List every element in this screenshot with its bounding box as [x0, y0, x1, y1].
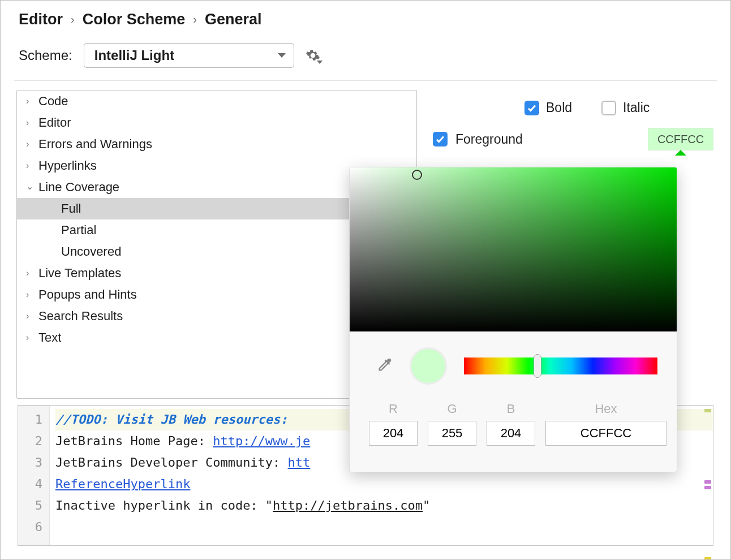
- chevron-right-icon: ›: [26, 161, 38, 171]
- chevron-down-icon: ⌄: [26, 181, 38, 192]
- breadcrumb: Editor › Color Scheme › General: [1, 1, 730, 33]
- tree-item-label: Live Templates: [38, 266, 121, 281]
- b-label: B: [507, 402, 515, 416]
- b-input[interactable]: [487, 421, 535, 446]
- chevron-down-icon: [278, 53, 286, 58]
- r-input[interactable]: [369, 421, 418, 446]
- g-input[interactable]: [428, 421, 476, 446]
- saturation-value-field[interactable]: [350, 167, 677, 331]
- breadcrumb-item[interactable]: Editor: [19, 11, 63, 28]
- checkbox-icon[interactable]: [433, 132, 448, 147]
- chevron-right-icon: ›: [26, 96, 38, 106]
- bold-option[interactable]: Bold: [524, 100, 572, 115]
- breadcrumb-item[interactable]: General: [205, 11, 262, 28]
- checkbox-icon[interactable]: [601, 101, 616, 115]
- tree-item-label: Search Results: [38, 309, 123, 324]
- tree-item-label: Popups and Hints: [38, 287, 137, 302]
- hex-input[interactable]: [545, 421, 666, 446]
- tree-item-label: Partial: [61, 223, 96, 238]
- chevron-right-icon: ›: [193, 13, 197, 26]
- gear-icon[interactable]: [306, 48, 320, 63]
- color-picker-popup: R G B Hex: [349, 167, 677, 472]
- gutter: 123456: [18, 406, 50, 545]
- chevron-right-icon: ›: [71, 13, 75, 26]
- scheme-select[interactable]: IntelliJ Light: [84, 43, 294, 68]
- error-stripe[interactable]: [704, 409, 712, 560]
- foreground-color-swatch[interactable]: CCFFCC: [648, 128, 713, 150]
- tree-item-label: Hyperlinks: [38, 158, 97, 173]
- scheme-label: Scheme:: [19, 48, 72, 63]
- hue-handle[interactable]: [534, 354, 541, 378]
- tree-item[interactable]: ›Errors and Warnings: [17, 133, 416, 155]
- tree-item-label: Full: [61, 201, 81, 216]
- tree-item[interactable]: ›Editor: [17, 112, 416, 133]
- hex-label: Hex: [595, 402, 617, 416]
- chevron-right-icon: ›: [26, 333, 38, 343]
- tree-item-label: Line Coverage: [38, 180, 119, 195]
- checkbox-icon[interactable]: [524, 101, 539, 115]
- tree-item-label: Text: [38, 330, 61, 345]
- chevron-right-icon: ›: [26, 118, 38, 128]
- breadcrumb-item[interactable]: Color Scheme: [83, 11, 186, 28]
- tree-item-label: Editor: [38, 115, 71, 130]
- chevron-right-icon: ›: [26, 139, 38, 149]
- g-label: G: [447, 402, 457, 416]
- reference-hyperlink[interactable]: ReferenceHyperlink: [55, 477, 190, 491]
- tree-item[interactable]: ›Code: [17, 91, 416, 112]
- foreground-option[interactable]: Foreground: [433, 132, 523, 147]
- current-color-preview: [410, 347, 447, 385]
- sv-handle[interactable]: [412, 170, 422, 180]
- tree-item-label: Uncovered: [61, 244, 121, 259]
- tree-item-label: Errors and Warnings: [38, 137, 152, 152]
- scheme-value: IntelliJ Light: [94, 48, 174, 63]
- hyperlink[interactable]: http://www.je: [213, 434, 310, 448]
- chevron-right-icon: ›: [26, 311, 38, 321]
- hue-slider[interactable]: [464, 357, 657, 374]
- r-label: R: [389, 402, 398, 416]
- eyedropper-icon[interactable]: [377, 357, 393, 376]
- hyperlink[interactable]: htt: [288, 455, 311, 469]
- tree-item-label: Code: [38, 94, 68, 109]
- chevron-right-icon: ›: [26, 290, 38, 300]
- chevron-right-icon: ›: [26, 268, 38, 278]
- italic-option[interactable]: Italic: [601, 100, 650, 115]
- inactive-hyperlink: http://jetbrains.com: [273, 498, 423, 512]
